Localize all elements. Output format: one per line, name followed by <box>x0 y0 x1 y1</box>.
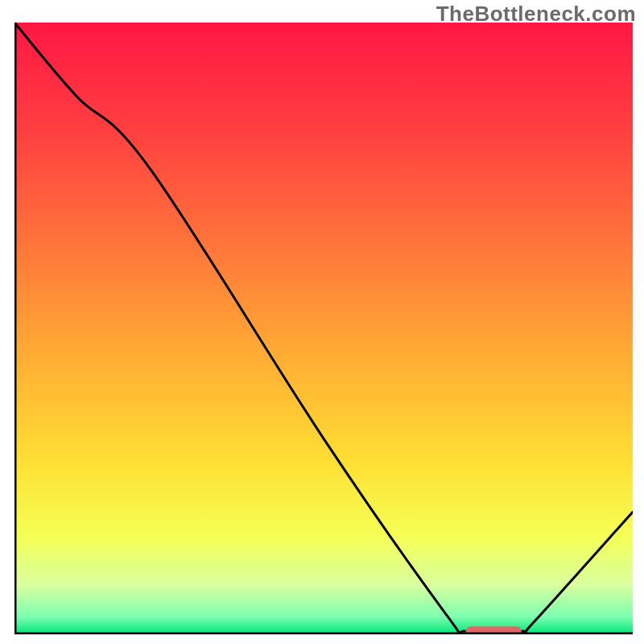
chart-svg <box>14 23 633 634</box>
chart-stage: TheBottleneck.com <box>0 0 644 644</box>
gradient-background <box>14 23 633 634</box>
plot-area <box>14 23 633 634</box>
